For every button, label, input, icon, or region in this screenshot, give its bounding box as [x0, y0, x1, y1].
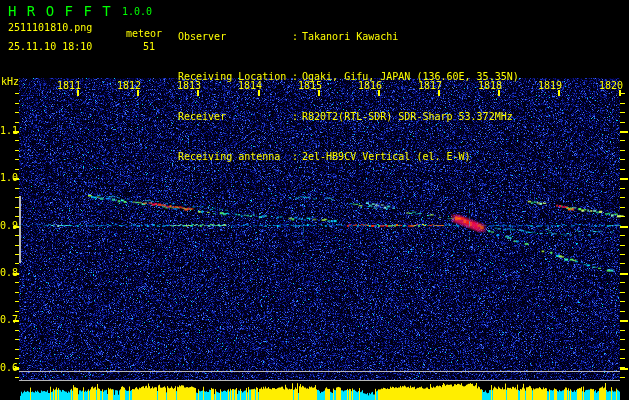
- info-separator: :: [292, 150, 302, 163]
- freq-label-0.8: 0.8: [0, 267, 17, 278]
- info-row-antenna: Receiving antenna:2el-HB9CV Vertical (el…: [178, 150, 519, 163]
- info-row-receiver: Receiver:R820T2(RTL-SDR) SDR-Sharp 53.37…: [178, 110, 519, 123]
- info-value: 2el-HB9CV Vertical (el. E-W): [302, 150, 471, 163]
- observation-mode: meteor: [120, 28, 162, 39]
- time-label-1812: 1812: [111, 80, 141, 91]
- info-value: R820T2(RTL-SDR) SDR-Sharp 53.372MHz: [302, 110, 513, 123]
- info-label: Observer: [178, 30, 292, 43]
- app-version: 1.0.0: [122, 6, 152, 17]
- station-info: Observer:Takanori Kawachi Receiving Loca…: [178, 3, 519, 191]
- hrofft-screenshot: H R O F F T 1.0.0 2511101810.png meteor …: [0, 0, 629, 400]
- freq-label-0.9: 0.9: [0, 220, 17, 231]
- freq-label-1.0: 1.0: [0, 172, 17, 183]
- freq-label-1.1: 1.1: [0, 125, 17, 136]
- time-label-1820: 1820: [593, 80, 623, 91]
- meteor-count: 51: [120, 41, 155, 52]
- time-label-1814: 1814: [232, 80, 262, 91]
- info-label: Receiver: [178, 110, 292, 123]
- time-label-1819: 1819: [532, 80, 562, 91]
- app-title: H R O F F T: [8, 3, 112, 19]
- info-row-observer: Observer:Takanori Kawachi: [178, 30, 519, 43]
- info-row-location: Receiving Location:Ogaki, Gifu, JAPAN (1…: [178, 70, 519, 83]
- frequency-axis-unit: kHz: [1, 76, 19, 87]
- info-value: Takanori Kawachi: [302, 30, 398, 43]
- time-label-1817: 1817: [412, 80, 442, 91]
- time-label-1815: 1815: [292, 80, 322, 91]
- time-label-1811: 1811: [51, 80, 81, 91]
- info-label: Receiving antenna: [178, 150, 292, 163]
- freq-label-0.6: 0.6: [0, 362, 17, 373]
- time-label-1818: 1818: [472, 80, 502, 91]
- info-separator: :: [292, 110, 302, 123]
- observation-datetime: 25.11.10 18:10: [8, 41, 92, 52]
- file-name: 2511101810.png: [8, 22, 92, 33]
- time-label-1813: 1813: [171, 80, 201, 91]
- freq-label-0.7: 0.7: [0, 314, 17, 325]
- info-separator: :: [292, 30, 302, 43]
- time-label-1816: 1816: [352, 80, 382, 91]
